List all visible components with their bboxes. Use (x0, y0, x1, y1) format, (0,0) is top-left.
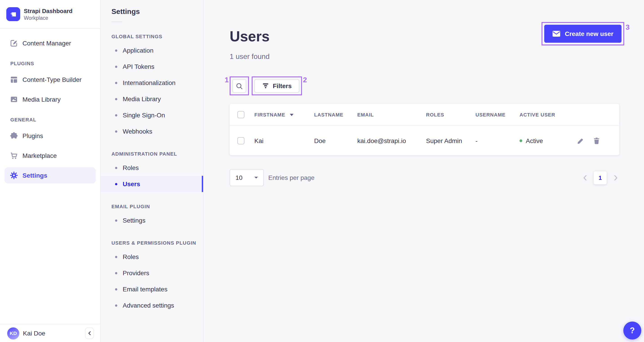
bullet-icon (115, 130, 117, 132)
cart-icon (10, 151, 18, 160)
strapi-admin-app: Strapi Dashboard Workplace Content Manag… (0, 0, 644, 342)
previous-page-button[interactable] (581, 171, 588, 184)
sidebar-item-settings[interactable]: Settings (4, 167, 96, 183)
mail-icon (552, 31, 560, 37)
bullet-icon (115, 49, 117, 52)
column-header-label: LASTNAME (314, 112, 343, 117)
filters-button-label: Filters (273, 82, 292, 90)
column-header-email[interactable]: EMAIL (352, 112, 421, 117)
subnav-item-media-library[interactable]: Media Library (101, 91, 203, 107)
user-count-text: 1 user found (230, 53, 270, 61)
select-all-checkbox[interactable] (237, 111, 244, 118)
column-header-label: USERNAME (476, 112, 506, 117)
active-status-dot (520, 139, 522, 142)
trash-icon (593, 137, 600, 144)
search-icon (236, 82, 243, 90)
subnav-item-internationalization[interactable]: Internationalization (101, 75, 203, 91)
sidebar-item-label: Media Library (22, 96, 61, 103)
subnav-item-label: Advanced settings (123, 302, 174, 309)
toolbar: 1 2 Filters (230, 77, 624, 95)
next-page-button[interactable] (612, 171, 619, 184)
row-checkbox[interactable] (237, 137, 244, 144)
help-button[interactable]: ? (623, 321, 641, 339)
subnav-item-providers[interactable]: Providers (101, 265, 203, 281)
cell-lastname: Doe (309, 137, 352, 144)
sidebar-item-media-library[interactable]: Media Library (4, 91, 96, 108)
main-content: Users 1 user found 3 Create new user 1 2 (204, 0, 644, 342)
caret-down-icon (254, 177, 258, 179)
subnav-item-admin-users[interactable]: Users (101, 176, 203, 192)
page-size-select[interactable]: 10 (230, 169, 264, 186)
create-new-user-label: Create new user (565, 30, 614, 37)
sidebar-footer: KD Kai Doe (0, 324, 100, 342)
page-size-value: 10 (236, 174, 242, 181)
filters-button[interactable]: Filters (254, 79, 299, 93)
sidebar-item-content-manager[interactable]: Content Manager (4, 35, 96, 51)
pencil-icon (576, 137, 584, 144)
caret-down-icon (290, 114, 293, 116)
pagination-controls: 1 (581, 171, 619, 184)
chevron-left-icon (88, 331, 91, 335)
column-header-firstname[interactable]: FIRSTNAME (250, 112, 309, 117)
page-title: Users (230, 28, 270, 45)
column-header-active-user[interactable]: ACTIVE USER (514, 112, 572, 117)
cell-roles: Super Admin (421, 137, 470, 144)
subnav-item-label: Application (123, 47, 154, 54)
search-button[interactable] (232, 79, 246, 93)
sidebar-item-label: Marketplace (22, 152, 57, 159)
subnav-section-email-plugin: EMAIL PLUGIN (101, 204, 203, 209)
subnav-item-webhooks[interactable]: Webhooks (101, 123, 203, 139)
subnav-title: Settings (101, 8, 203, 16)
subnav-item-label: Roles (123, 164, 139, 171)
column-header-roles[interactable]: ROLES (421, 112, 470, 117)
bullet-icon (115, 183, 117, 185)
page-number-1[interactable]: 1 (594, 171, 607, 184)
page-header-left: Users 1 user found (230, 22, 270, 61)
subnav-item-application[interactable]: Application (101, 42, 203, 59)
sidebar-item-plugins[interactable]: Plugins (4, 128, 96, 144)
users-table: FIRSTNAME LASTNAME EMAIL ROLES USERNAME … (230, 104, 619, 155)
bullet-icon (115, 272, 117, 274)
cell-firstname: Kai (250, 137, 309, 144)
column-header-lastname[interactable]: LASTNAME (309, 112, 352, 117)
filter-icon (262, 83, 269, 89)
bullet-icon (115, 167, 117, 169)
table-row[interactable]: Kai Doe kai.doe@strapi.io Super Admin - … (230, 126, 619, 155)
avatar[interactable]: KD (7, 327, 19, 339)
subnav-item-single-sign-on[interactable]: Single Sign-On (101, 107, 203, 123)
chevron-left-icon (583, 175, 587, 181)
delete-user-button[interactable] (593, 137, 600, 144)
subnav-item-advanced-settings[interactable]: Advanced settings (101, 297, 203, 313)
subnav-item-label: Roles (123, 253, 139, 260)
subnav-item-label: Users (123, 180, 140, 188)
workspace-subtitle: Workplace (24, 15, 72, 21)
sidebar-item-marketplace[interactable]: Marketplace (4, 148, 96, 164)
subnav-item-admin-roles[interactable]: Roles (101, 160, 203, 176)
bullet-icon (115, 304, 117, 306)
main-nav-list: Content Manager PLUGINS Content-Type Bui… (0, 29, 100, 183)
subnav-item-email-templates[interactable]: Email templates (101, 281, 203, 297)
annotation-number-2: 2 (303, 77, 307, 83)
annotation-number-3: 3 (626, 24, 630, 31)
subnav-item-email-settings[interactable]: Settings (101, 212, 203, 228)
subnav-item-label: Settings (123, 217, 146, 224)
collapse-sidebar-button[interactable] (85, 327, 94, 339)
sidebar-item-content-type-builder[interactable]: Content-Type Builder (4, 72, 96, 88)
workspace-brand[interactable]: Strapi Dashboard Workplace (0, 0, 100, 29)
chevron-right-icon (614, 175, 618, 181)
bullet-icon (115, 82, 117, 84)
column-header-username[interactable]: USERNAME (470, 112, 514, 117)
sidebar-section-general: GENERAL (4, 117, 96, 122)
table-header-row: FIRSTNAME LASTNAME EMAIL ROLES USERNAME … (230, 104, 619, 126)
sidebar-item-label: Settings (22, 172, 47, 179)
subnav-item-label: Media Library (123, 95, 161, 103)
bullet-icon (115, 66, 117, 68)
create-new-user-button[interactable]: Create new user (544, 25, 622, 43)
subnav-item-label: Webhooks (123, 128, 152, 135)
cell-active-user: Active (514, 137, 572, 144)
subnav-item-up-roles[interactable]: Roles (101, 249, 203, 265)
subnav-item-api-tokens[interactable]: API Tokens (101, 59, 203, 75)
edit-user-button[interactable] (576, 137, 584, 144)
subnav-item-label: Providers (123, 269, 149, 276)
subnav-item-label: API Tokens (123, 63, 154, 70)
